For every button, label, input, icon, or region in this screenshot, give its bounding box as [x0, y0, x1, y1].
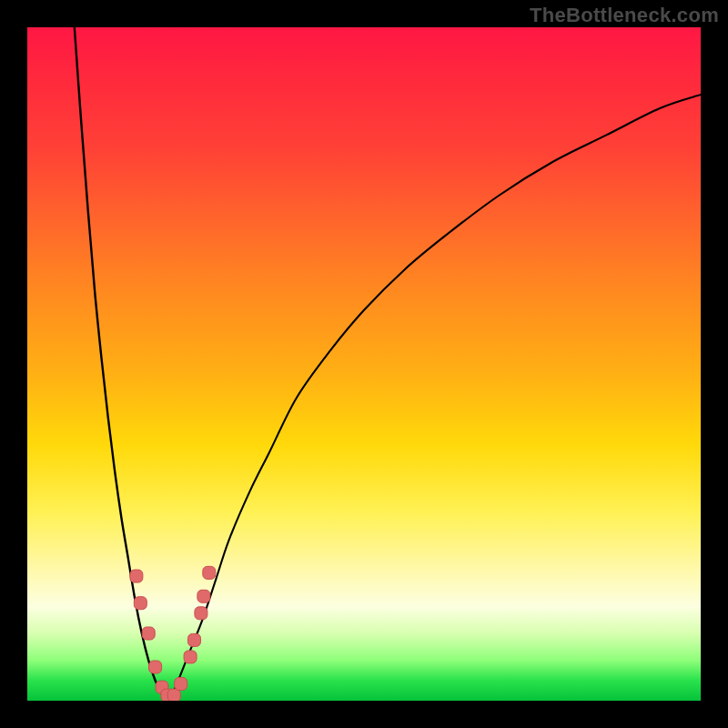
data-marker — [197, 590, 210, 602]
chart-svg — [27, 27, 701, 701]
data-marker — [149, 661, 162, 673]
data-marker — [195, 607, 207, 620]
curve-right-branch — [168, 95, 701, 701]
plot-area — [27, 27, 701, 701]
data-marker — [203, 566, 216, 579]
marker-group — [130, 566, 216, 701]
data-marker — [175, 678, 187, 691]
data-marker — [184, 651, 197, 663]
watermark-text: TheBottleneck.com — [530, 4, 719, 27]
data-marker — [134, 597, 147, 610]
data-marker — [142, 627, 155, 640]
data-marker — [188, 633, 201, 646]
data-marker — [167, 689, 180, 701]
data-marker — [130, 570, 143, 582]
curve-group — [75, 27, 701, 701]
chart-frame: TheBottleneck.com — [0, 0, 728, 728]
curve-left-branch — [75, 27, 169, 701]
